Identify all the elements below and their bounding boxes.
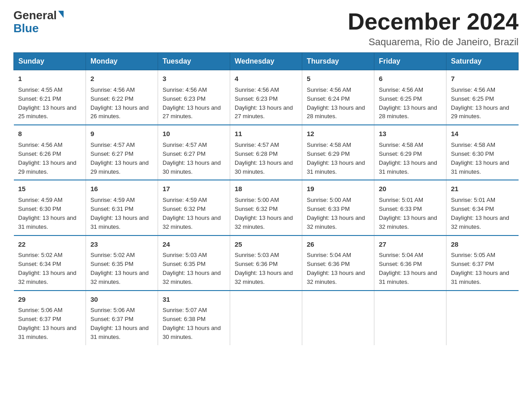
day-info: Sunrise: 4:56 AMSunset: 6:25 PMDaylight:…	[451, 86, 509, 120]
day-info: Sunrise: 4:57 AMSunset: 6:27 PMDaylight:…	[163, 141, 221, 175]
calendar-cell: 31Sunrise: 5:07 AMSunset: 6:38 PMDayligh…	[158, 291, 230, 345]
calendar-cell: 18Sunrise: 5:00 AMSunset: 6:32 PMDayligh…	[230, 180, 302, 235]
day-number: 28	[451, 240, 514, 249]
day-number: 30	[90, 295, 153, 304]
day-number: 17	[163, 184, 225, 194]
day-info: Sunrise: 5:07 AMSunset: 6:38 PMDaylight:…	[163, 307, 221, 340]
calendar-cell: 15Sunrise: 4:59 AMSunset: 6:30 PMDayligh…	[14, 180, 86, 235]
day-number: 6	[379, 74, 442, 84]
calendar-cell: 10Sunrise: 4:57 AMSunset: 6:27 PMDayligh…	[158, 125, 230, 180]
calendar-cell: 25Sunrise: 5:03 AMSunset: 6:36 PMDayligh…	[230, 235, 302, 291]
calendar-week-row: 22Sunrise: 5:02 AMSunset: 6:34 PMDayligh…	[14, 235, 519, 291]
day-info: Sunrise: 5:06 AMSunset: 6:37 PMDaylight:…	[90, 307, 149, 340]
calendar-cell	[374, 291, 446, 345]
calendar-cell: 1Sunrise: 4:55 AMSunset: 6:21 PMDaylight…	[14, 70, 86, 125]
day-number: 24	[163, 240, 225, 249]
calendar-week-row: 8Sunrise: 4:56 AMSunset: 6:26 PMDaylight…	[14, 125, 519, 180]
day-number: 26	[307, 240, 369, 249]
day-number: 22	[18, 240, 82, 249]
calendar-cell: 9Sunrise: 4:57 AMSunset: 6:27 PMDaylight…	[86, 125, 158, 180]
calendar-cell: 8Sunrise: 4:56 AMSunset: 6:26 PMDaylight…	[14, 125, 86, 180]
day-number: 16	[90, 184, 153, 194]
day-number: 13	[379, 129, 442, 139]
calendar-cell: 22Sunrise: 5:02 AMSunset: 6:34 PMDayligh…	[14, 235, 86, 291]
calendar-cell: 27Sunrise: 5:04 AMSunset: 6:36 PMDayligh…	[374, 235, 446, 291]
calendar-cell: 24Sunrise: 5:03 AMSunset: 6:35 PMDayligh…	[158, 235, 230, 291]
day-number: 12	[307, 129, 369, 139]
calendar-cell: 16Sunrise: 4:59 AMSunset: 6:31 PMDayligh…	[86, 180, 158, 235]
day-number: 7	[451, 74, 514, 84]
day-info: Sunrise: 5:03 AMSunset: 6:35 PMDaylight:…	[163, 252, 221, 285]
day-number: 1	[18, 74, 82, 84]
day-number: 31	[163, 295, 225, 304]
calendar-cell: 17Sunrise: 4:59 AMSunset: 6:32 PMDayligh…	[158, 180, 230, 235]
day-info: Sunrise: 4:59 AMSunset: 6:30 PMDaylight:…	[18, 197, 77, 230]
calendar-cell: 7Sunrise: 4:56 AMSunset: 6:25 PMDaylight…	[446, 70, 519, 125]
day-number: 21	[451, 184, 514, 194]
day-info: Sunrise: 5:00 AMSunset: 6:32 PMDaylight:…	[235, 197, 293, 230]
day-info: Sunrise: 4:58 AMSunset: 6:30 PMDaylight:…	[451, 141, 509, 175]
calendar-week-row: 15Sunrise: 4:59 AMSunset: 6:30 PMDayligh…	[14, 180, 519, 235]
day-info: Sunrise: 4:56 AMSunset: 6:23 PMDaylight:…	[235, 86, 293, 120]
day-number: 5	[307, 74, 369, 84]
calendar-cell	[446, 291, 519, 345]
day-info: Sunrise: 5:02 AMSunset: 6:35 PMDaylight:…	[90, 252, 149, 285]
day-number: 4	[235, 74, 297, 84]
day-info: Sunrise: 5:03 AMSunset: 6:36 PMDaylight:…	[235, 252, 293, 285]
logo-general-text: General	[13, 9, 64, 22]
calendar-table: SundayMondayTuesdayWednesdayThursdayFrid…	[13, 52, 519, 345]
day-info: Sunrise: 5:04 AMSunset: 6:36 PMDaylight:…	[379, 252, 437, 285]
day-number: 29	[18, 295, 82, 304]
day-number: 2	[90, 74, 153, 84]
calendar-cell: 3Sunrise: 4:56 AMSunset: 6:23 PMDaylight…	[158, 70, 230, 125]
day-number: 18	[235, 184, 297, 194]
day-info: Sunrise: 5:04 AMSunset: 6:36 PMDaylight:…	[307, 252, 365, 285]
logo: General Blue	[13, 9, 64, 34]
day-info: Sunrise: 4:59 AMSunset: 6:32 PMDaylight:…	[163, 197, 221, 230]
calendar-cell: 23Sunrise: 5:02 AMSunset: 6:35 PMDayligh…	[86, 235, 158, 291]
calendar-day-header: Saturday	[446, 53, 519, 70]
location-text: Saquarema, Rio de Janeiro, Brazil	[348, 36, 519, 48]
calendar-cell: 20Sunrise: 5:01 AMSunset: 6:33 PMDayligh…	[374, 180, 446, 235]
day-info: Sunrise: 5:01 AMSunset: 6:33 PMDaylight:…	[379, 197, 437, 230]
day-number: 19	[307, 184, 369, 194]
calendar-day-header: Tuesday	[158, 53, 230, 70]
logo-blue-text: Blue	[13, 22, 64, 35]
day-info: Sunrise: 4:58 AMSunset: 6:29 PMDaylight:…	[379, 141, 437, 175]
day-info: Sunrise: 5:01 AMSunset: 6:34 PMDaylight:…	[451, 197, 509, 230]
calendar-day-header: Sunday	[14, 53, 86, 70]
day-info: Sunrise: 4:56 AMSunset: 6:26 PMDaylight:…	[18, 141, 77, 175]
day-number: 11	[235, 129, 297, 139]
day-info: Sunrise: 4:59 AMSunset: 6:31 PMDaylight:…	[90, 197, 149, 230]
calendar-cell: 12Sunrise: 4:58 AMSunset: 6:29 PMDayligh…	[302, 125, 374, 180]
page-header: General Blue December 2024 Saquarema, Ri…	[13, 9, 519, 48]
day-number: 27	[379, 240, 442, 249]
calendar-cell: 2Sunrise: 4:56 AMSunset: 6:22 PMDaylight…	[86, 70, 158, 125]
month-title: December 2024	[348, 9, 519, 34]
day-info: Sunrise: 4:57 AMSunset: 6:28 PMDaylight:…	[235, 141, 293, 175]
calendar-cell: 14Sunrise: 4:58 AMSunset: 6:30 PMDayligh…	[446, 125, 519, 180]
day-number: 3	[163, 74, 225, 84]
calendar-week-row: 1Sunrise: 4:55 AMSunset: 6:21 PMDaylight…	[14, 70, 519, 125]
day-info: Sunrise: 4:55 AMSunset: 6:21 PMDaylight:…	[18, 86, 77, 120]
day-info: Sunrise: 4:58 AMSunset: 6:29 PMDaylight:…	[307, 141, 365, 175]
calendar-day-header: Monday	[86, 53, 158, 70]
day-number: 25	[235, 240, 297, 249]
calendar-cell: 29Sunrise: 5:06 AMSunset: 6:37 PMDayligh…	[14, 291, 86, 345]
day-info: Sunrise: 5:05 AMSunset: 6:37 PMDaylight:…	[451, 252, 509, 285]
calendar-cell: 5Sunrise: 4:56 AMSunset: 6:24 PMDaylight…	[302, 70, 374, 125]
calendar-cell: 4Sunrise: 4:56 AMSunset: 6:23 PMDaylight…	[230, 70, 302, 125]
calendar-cell: 30Sunrise: 5:06 AMSunset: 6:37 PMDayligh…	[86, 291, 158, 345]
calendar-cell	[302, 291, 374, 345]
calendar-header-row: SundayMondayTuesdayWednesdayThursdayFrid…	[14, 53, 519, 70]
calendar-cell: 21Sunrise: 5:01 AMSunset: 6:34 PMDayligh…	[446, 180, 519, 235]
day-info: Sunrise: 5:06 AMSunset: 6:37 PMDaylight:…	[18, 307, 77, 340]
day-info: Sunrise: 4:56 AMSunset: 6:22 PMDaylight:…	[90, 86, 149, 120]
title-section: December 2024 Saquarema, Rio de Janeiro,…	[348, 9, 519, 48]
calendar-cell: 19Sunrise: 5:00 AMSunset: 6:33 PMDayligh…	[302, 180, 374, 235]
day-info: Sunrise: 4:57 AMSunset: 6:27 PMDaylight:…	[90, 141, 149, 175]
day-number: 14	[451, 129, 514, 139]
day-info: Sunrise: 5:00 AMSunset: 6:33 PMDaylight:…	[307, 197, 365, 230]
day-number: 15	[18, 184, 82, 194]
calendar-day-header: Wednesday	[230, 53, 302, 70]
